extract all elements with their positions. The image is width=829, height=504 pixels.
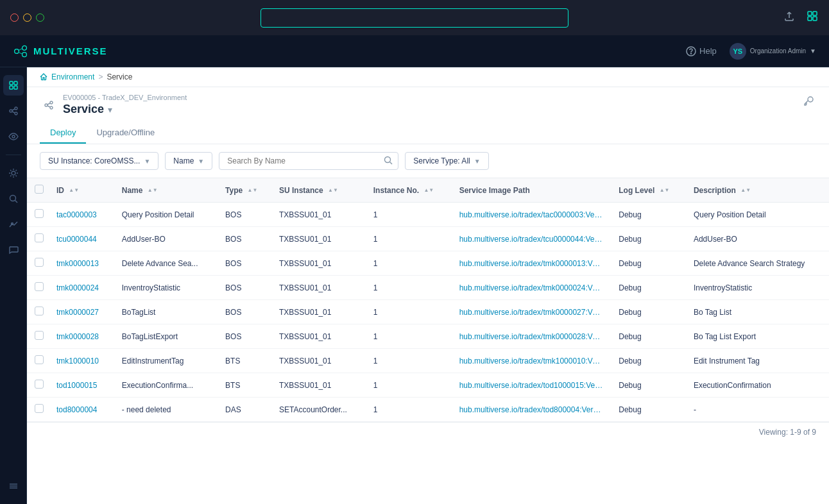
row-checkbox[interactable] [35, 233, 44, 242]
cell-log-level: Debug [611, 398, 686, 422]
cell-image-path: hub.multiverse.io/tradex/tmk0000027:Vers… [452, 300, 611, 324]
header-right: Help YS Organization Admin ▼ [686, 43, 816, 60]
tab-deploy[interactable]: Deploy [40, 122, 86, 144]
col-description[interactable]: Description ▲▼ [686, 178, 829, 203]
close-dot[interactable] [10, 13, 19, 22]
cell-description: Bo Tag List [686, 300, 829, 324]
col-log-level[interactable]: Log Level ▲▼ [611, 178, 686, 203]
cell-log-level: Debug [611, 203, 686, 227]
sidebar-item-search[interactable] [3, 189, 24, 209]
header-checkbox[interactable] [35, 185, 44, 194]
row-checkbox[interactable] [35, 282, 44, 291]
svg-line-23 [15, 201, 17, 203]
svg-rect-11 [10, 81, 13, 85]
search-by-label: Name [173, 156, 194, 165]
cell-id: tcu0000044 [49, 227, 114, 251]
content-area: Environment > Service [27, 67, 829, 504]
col-description-label: Description [694, 186, 736, 195]
app-header: MULTIVERSE Help YS Organization Admin ▼ [0, 35, 829, 67]
cell-instance-no: 1 [366, 251, 452, 276]
sidebar [0, 67, 27, 504]
cell-description: AddUser-BO [686, 227, 829, 251]
cell-id: tmk1000010 [49, 349, 114, 373]
col-id[interactable]: ID ▲▼ [49, 178, 114, 203]
row-checkbox[interactable] [35, 209, 44, 218]
minimize-dot[interactable] [23, 13, 31, 22]
service-type-dropdown[interactable]: Service Type: All ▼ [405, 152, 488, 170]
row-checkbox-cell [27, 349, 49, 373]
cell-su-instance: TXBSSU01_01 [271, 324, 366, 349]
cell-name: Query Position Detail [114, 203, 218, 227]
svg-line-31 [47, 103, 50, 105]
cell-type: DAS [218, 398, 271, 422]
sidebar-item-home[interactable] [3, 75, 24, 96]
svg-point-22 [10, 196, 15, 201]
col-instance-no[interactable]: Instance No. ▲▼ [366, 178, 452, 203]
browser-address-bar[interactable] [261, 8, 568, 28]
svg-point-30 [50, 106, 53, 109]
service-table: ID ▲▼ Name ▲▼ Type ▲▼ SU Instance [27, 178, 829, 422]
col-type-label: Type [225, 186, 243, 195]
row-checkbox[interactable] [35, 404, 44, 413]
svg-point-29 [45, 104, 47, 106]
user-menu[interactable]: YS Organization Admin ▼ [730, 43, 816, 60]
cell-id: tmk0000024 [49, 276, 114, 300]
sidebar-item-menu[interactable] [3, 476, 24, 496]
svg-point-28 [50, 101, 53, 104]
search-input[interactable] [225, 153, 384, 169]
row-checkbox[interactable] [35, 258, 44, 267]
cell-instance-no: 1 [366, 398, 452, 422]
svg-rect-1 [813, 12, 817, 15]
cell-description: ExecutionConfirmation [686, 373, 829, 398]
search-box [219, 152, 398, 170]
cell-instance-no: 1 [366, 324, 452, 349]
svg-line-19 [12, 112, 15, 113]
sidebar-item-chart[interactable] [3, 214, 24, 235]
page-title-chevron-icon[interactable]: ▾ [108, 105, 112, 115]
tab-upgrade-offline[interactable]: Upgrade/Offline [86, 122, 165, 144]
sidebar-item-settings[interactable] [3, 163, 24, 183]
key-icon[interactable] [801, 94, 816, 112]
table-row: tod8000004 - need deleted DAS SETAccount… [27, 398, 829, 422]
svg-point-17 [15, 112, 17, 115]
svg-line-7 [19, 48, 22, 50]
row-checkbox-cell [27, 398, 49, 422]
cell-su-instance: TXBSSU01_01 [271, 300, 366, 324]
cell-instance-no: 1 [366, 227, 452, 251]
cell-id: tac0000003 [49, 203, 114, 227]
search-by-dropdown[interactable]: Name ▼ [165, 152, 212, 170]
maximize-dot[interactable] [36, 13, 44, 22]
share-icon [40, 96, 58, 114]
page-title-row: EV000005 - TradeX_DEV_Environment Servic… [40, 94, 187, 116]
grid-icon[interactable] [806, 10, 819, 26]
row-checkbox-cell [27, 227, 49, 251]
col-log-level-sort-icon: ▲▼ [660, 188, 670, 193]
service-type-label: Service Type: All [413, 156, 470, 165]
cell-id: tod1000015 [49, 373, 114, 398]
row-checkbox[interactable] [35, 331, 44, 340]
cell-log-level: Debug [611, 324, 686, 349]
sidebar-item-message[interactable] [3, 240, 24, 260]
row-checkbox[interactable] [35, 355, 44, 364]
cell-su-instance: TXBSSU01_01 [271, 251, 366, 276]
instance-filter-dropdown[interactable]: SU Instance: CoreOMSS... ▼ [40, 152, 158, 170]
upload-icon[interactable] [783, 10, 796, 26]
sidebar-item-share[interactable] [3, 101, 24, 121]
cell-image-path: hub.multiverse.io/tradex/tmk0000013:Vers… [452, 251, 611, 276]
cell-log-level: Debug [611, 300, 686, 324]
help-button[interactable]: Help [686, 46, 717, 56]
row-checkbox[interactable] [35, 307, 44, 315]
sidebar-item-eye[interactable] [3, 126, 24, 147]
col-name[interactable]: Name ▲▼ [114, 178, 218, 203]
col-su-instance[interactable]: SU Instance ▲▼ [271, 178, 366, 203]
home-icon [40, 73, 47, 81]
breadcrumb-current: Service [107, 72, 132, 81]
svg-point-21 [12, 171, 15, 175]
cell-image-path: hub.multiverse.io/tradex/tmk1000010:Vers… [452, 349, 611, 373]
col-type[interactable]: Type ▲▼ [218, 178, 271, 203]
row-checkbox[interactable] [35, 380, 44, 389]
table-row: tod1000015 ExecutionConfirma... BTS TXBS… [27, 373, 829, 398]
cell-type: BOS [218, 324, 271, 349]
table-row: tmk0000013 Delete Advance Sea... BOS TXB… [27, 251, 829, 276]
breadcrumb-environment[interactable]: Environment [51, 72, 94, 81]
